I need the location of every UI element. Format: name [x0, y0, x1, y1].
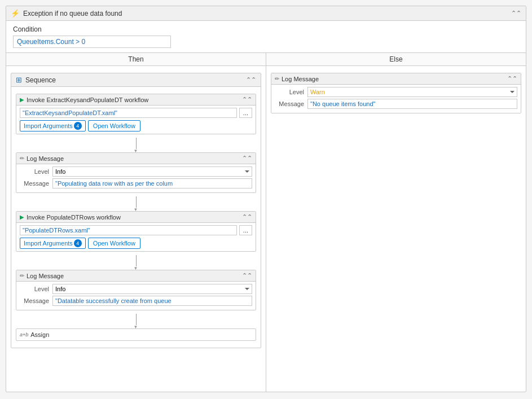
- sequence-title: ⊞ Sequence: [16, 76, 56, 84]
- invoke2-file-input[interactable]: [20, 225, 237, 235]
- log2-collapse-icon[interactable]: ⌃⌃: [242, 272, 252, 279]
- log2-message-label: Message: [20, 297, 49, 304]
- arrow3-line: [136, 255, 137, 266]
- invoke1-browse-btn[interactable]: ...: [239, 108, 252, 118]
- invoke2-import-badge: 4: [74, 239, 82, 247]
- invoke1-file-row: ...: [20, 108, 252, 118]
- else-log-level-label: Level: [275, 89, 304, 95]
- log2-title-text: Log Message: [27, 273, 64, 279]
- log1-level-label: Level: [20, 168, 49, 175]
- exception-title: ⚡ Exception if no queue data found: [11, 9, 122, 17]
- log1-level-row: Level Info Warn Error Fatal Trace: [20, 166, 252, 177]
- else-log-message-row: Message: [275, 99, 517, 109]
- collapse-icon[interactable]: ⌃⌃: [511, 10, 521, 17]
- log1-collapse-icon[interactable]: ⌃⌃: [242, 155, 252, 162]
- invoke2-header: ▶ Invoke PopulateDTRows workflow ⌃⌃: [16, 212, 256, 223]
- arrow4-line: [136, 314, 137, 325]
- log1-title: ✏ Log Message: [20, 155, 64, 162]
- invoke1-play-icon: ▶: [20, 97, 24, 103]
- log1-message-label: Message: [20, 180, 49, 187]
- else-log-title-text: Log Message: [282, 76, 319, 82]
- log1-body: Level Info Warn Error Fatal Trace: [16, 164, 256, 192]
- else-log-level-row: Level Info Warn Error Fatal Trace: [275, 87, 517, 97]
- invoke1-header: ▶ Invoke ExtractKeysandPopulateDT workfl…: [16, 94, 256, 106]
- then-branch: Then ⊞ Sequence ⌃⌃: [6, 53, 266, 392]
- log2-level-select[interactable]: Info Warn Error Fatal Trace: [52, 284, 252, 294]
- else-content: ✏ Log Message ⌃⌃ Level Info Warn: [266, 66, 526, 120]
- condition-input[interactable]: [13, 36, 171, 48]
- sequence-collapse-icon[interactable]: ⌃⌃: [246, 76, 256, 84]
- sequence-label: Sequence: [25, 76, 56, 84]
- invoke1-body: ... Import Arguments 4 Open Workflow: [16, 106, 256, 134]
- log2-block: ✏ Log Message ⌃⌃ Level Info: [16, 270, 256, 310]
- then-else-container: Then ⊞ Sequence ⌃⌃: [6, 52, 526, 392]
- condition-label: Condition: [13, 25, 519, 33]
- else-log-header: ✏ Log Message ⌃⌃: [271, 73, 521, 85]
- invoke1-open-workflow-btn[interactable]: Open Workflow: [88, 120, 140, 131]
- else-log-edit-icon: ✏: [275, 76, 279, 82]
- arrow1-line: [136, 138, 137, 149]
- log2-level-row: Level Info Warn Error Fatal Trace: [20, 284, 252, 294]
- else-log-body: Level Info Warn Error Fatal Trace: [271, 85, 521, 113]
- then-content: ⊞ Sequence ⌃⌃ ▶ Invoke: [6, 66, 266, 355]
- invoke2-collapse-icon[interactable]: ⌃⌃: [242, 213, 252, 221]
- sequence-icon: ⊞: [16, 76, 22, 84]
- log2-header: ✏ Log Message ⌃⌃: [16, 270, 256, 282]
- invoke2-file-row: ...: [20, 225, 252, 235]
- else-log-message-input[interactable]: [307, 99, 517, 109]
- invoke2-play-icon: ▶: [20, 214, 24, 220]
- exception-title-text: Exception if no queue data found: [23, 10, 122, 17]
- exception-icon: ⚡: [11, 9, 20, 17]
- else-log-collapse-icon[interactable]: ⌃⌃: [507, 75, 517, 82]
- assign-label: Assign: [30, 331, 49, 338]
- assign-icon: a+b: [20, 332, 28, 337]
- invoke1-import-label: Import Arguments: [24, 122, 73, 129]
- log1-level-select[interactable]: Info Warn Error Fatal Trace: [52, 166, 252, 177]
- invoke1-file-input[interactable]: [20, 108, 237, 118]
- else-log-level-select[interactable]: Info Warn Error Fatal Trace: [307, 87, 517, 97]
- sequence-content: ▶ Invoke ExtractKeysandPopulateDT workfl…: [11, 87, 261, 348]
- then-label: Then: [6, 53, 266, 66]
- invoke2-browse-btn[interactable]: ...: [239, 225, 252, 235]
- else-label: Else: [266, 53, 526, 66]
- invoke1-import-badge: 4: [74, 122, 82, 130]
- arrow2: [136, 195, 137, 209]
- log1-message-row: Message: [20, 178, 252, 188]
- invoke2-button-row: Import Arguments 4 Open Workflow: [20, 238, 252, 249]
- exception-block: ⚡ Exception if no queue data found ⌃⌃ Co…: [6, 6, 526, 392]
- arrow1: [136, 137, 137, 150]
- else-log-title: ✏ Log Message: [275, 76, 319, 82]
- invoke1-collapse-icon[interactable]: ⌃⌃: [242, 96, 252, 103]
- invoke2-import-label: Import Arguments: [24, 240, 73, 247]
- log2-edit-icon: ✏: [20, 273, 24, 279]
- invoke2-title: ▶ Invoke PopulateDTRows workflow: [20, 214, 121, 221]
- arrow2-line: [136, 196, 137, 208]
- invoke1-title-text: Invoke ExtractKeysandPopulateDT workflow: [27, 97, 148, 103]
- else-log-message-label: Message: [275, 100, 304, 107]
- log2-level-label: Level: [20, 286, 49, 292]
- invoke1-button-row: Import Arguments 4 Open Workflow: [20, 120, 252, 131]
- arrow4: [136, 313, 137, 326]
- assign-block: a+b Assign: [16, 328, 256, 341]
- else-log-block: ✏ Log Message ⌃⌃ Level Info Warn: [271, 73, 521, 113]
- exception-header: ⚡ Exception if no queue data found ⌃⌃: [6, 6, 526, 21]
- log1-header: ✏ Log Message ⌃⌃: [16, 153, 256, 164]
- invoke2-body: ... Import Arguments 4 Open Workflow: [16, 223, 256, 251]
- log2-body: Level Info Warn Error Fatal Trace: [16, 282, 256, 310]
- invoke2-import-btn[interactable]: Import Arguments 4: [20, 238, 86, 249]
- invoke2-open-workflow-btn[interactable]: Open Workflow: [88, 238, 140, 249]
- else-branch: Else ✏ Log Message ⌃⌃: [266, 53, 526, 392]
- arrow3: [136, 254, 137, 268]
- condition-area: Condition: [6, 21, 526, 52]
- log1-title-text: Log Message: [27, 155, 64, 162]
- main-container: ⚡ Exception if no queue data found ⌃⌃ Co…: [0, 0, 532, 399]
- invoke2-title-text: Invoke PopulateDTRows workflow: [27, 214, 121, 221]
- sequence-block: ⊞ Sequence ⌃⌃ ▶ Invoke: [11, 73, 261, 348]
- log1-edit-icon: ✏: [20, 155, 24, 161]
- log1-message-input[interactable]: [52, 178, 252, 188]
- invoke1-import-btn[interactable]: Import Arguments 4: [20, 120, 86, 131]
- log2-message-input[interactable]: [52, 296, 252, 306]
- sequence-header: ⊞ Sequence ⌃⌃: [11, 73, 261, 87]
- invoke1-title: ▶ Invoke ExtractKeysandPopulateDT workfl…: [20, 97, 148, 103]
- log2-title: ✏ Log Message: [20, 273, 64, 279]
